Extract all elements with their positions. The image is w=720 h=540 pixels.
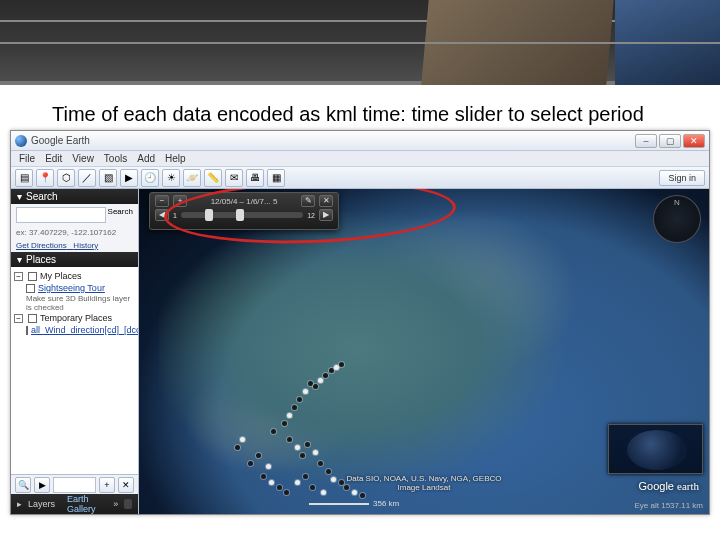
logo-earth: earth <box>677 480 699 492</box>
time-tick-end: 12 <box>307 212 315 219</box>
image-overlay-icon[interactable]: ▧ <box>99 169 117 187</box>
time-zoom-in-button[interactable]: + <box>173 195 187 207</box>
imagery-attribution: Data SIO, NOAA, U.S. Navy, NGA, GEBCO Im… <box>347 474 502 492</box>
delete-icon[interactable]: ✕ <box>118 477 134 493</box>
logo-google: Google <box>638 480 673 492</box>
menu-help[interactable]: Help <box>165 153 186 164</box>
temporary-label: Temporary Places <box>40 313 112 323</box>
places-filter-input[interactable] <box>53 477 96 493</box>
overview-globe-icon <box>627 430 687 470</box>
layers-panel-header[interactable]: ▸ Layers Earth Gallery » <box>11 494 138 514</box>
search-input[interactable] <box>16 207 106 223</box>
menu-file[interactable]: File <box>19 153 35 164</box>
chevron-right-icon: ▸ <box>17 499 22 509</box>
tree-sightseeing[interactable]: Sightseeing Tour <box>14 282 135 294</box>
header-photo-bridge <box>421 0 613 85</box>
time-tick-start: 1 <box>173 212 177 219</box>
time-handle-start[interactable] <box>205 209 213 221</box>
window-title: Google Earth <box>31 135 90 146</box>
add-content-icon[interactable]: + <box>99 477 115 493</box>
search-button[interactable]: Search <box>108 207 133 223</box>
play-tour-icon[interactable]: ▶ <box>34 477 50 493</box>
myplaces-label: My Places <box>40 271 82 281</box>
tree-temporary[interactable]: − Temporary Places <box>14 312 135 324</box>
header-photo-river <box>615 0 720 85</box>
time-step-back-button[interactable]: ◀ <box>155 209 169 221</box>
scale-label: 356 km <box>373 499 399 508</box>
globe-viewport[interactable]: − + 12/05/4 – 1/6/7... 5 ✎ ✕ ◀ 1 12 ▶ <box>139 189 709 514</box>
search-example: ex: 37.407229, -122.107162 <box>11 226 138 239</box>
time-track[interactable] <box>181 212 303 218</box>
expand-icon[interactable]: − <box>14 272 23 281</box>
time-zoom-out-button[interactable]: − <box>155 195 169 207</box>
places-toolbar: 🔍 ▶ + ✕ <box>11 474 138 494</box>
time-range-label: 12/05/4 – 1/6/7... 5 <box>191 197 297 206</box>
print-icon[interactable]: 🖶 <box>246 169 264 187</box>
collapse-icon[interactable] <box>124 499 132 509</box>
checkbox-checked-icon[interactable] <box>26 326 28 335</box>
menu-tools[interactable]: Tools <box>104 153 127 164</box>
sun-icon[interactable]: ☀ <box>162 169 180 187</box>
polygon-icon[interactable]: ⬡ <box>57 169 75 187</box>
find-icon[interactable]: 🔍 <box>15 477 31 493</box>
tree-myplaces[interactable]: − My Places <box>14 270 135 282</box>
slide-caption: Time of each data encoded as kml time: t… <box>0 85 720 126</box>
time-slider[interactable]: − + 12/05/4 – 1/6/7... 5 ✎ ✕ ◀ 1 12 ▶ <box>149 192 339 230</box>
scale-bar-line <box>309 503 369 505</box>
toolbar: ▤ 📍 ⬡ ／ ▧ ▶ 🕘 ☀ 🪐 📏 ✉ 🖶 ▦ Sign in <box>11 167 709 189</box>
google-earth-logo: Google earth <box>638 480 699 492</box>
nav-compass[interactable] <box>653 195 701 243</box>
sightseeing-hint: Make sure 3D Buildings layer is checked <box>14 294 135 312</box>
google-earth-window: Google Earth – ▢ ✕ File Edit View Tools … <box>10 130 710 515</box>
minimize-button[interactable]: – <box>635 134 657 148</box>
menubar: File Edit View Tools Add Help <box>11 151 709 167</box>
checkbox-icon[interactable] <box>28 314 37 323</box>
time-step-fwd-button[interactable]: ▶ <box>319 209 333 221</box>
earth-gallery-link[interactable]: Earth Gallery <box>67 494 107 514</box>
record-tour-icon[interactable]: ▶ <box>120 169 138 187</box>
signin-button[interactable]: Sign in <box>659 170 705 186</box>
places-panel-header[interactable]: ▾ Places <box>11 252 138 267</box>
eye-altitude: Eye alt 1537.11 km <box>635 501 703 510</box>
more-link[interactable]: » <box>113 499 118 509</box>
titlebar: Google Earth – ▢ ✕ <box>11 131 709 151</box>
get-directions-link[interactable]: Get Directions <box>16 241 67 250</box>
app-icon <box>15 135 27 147</box>
attr-line1: Data SIO, NOAA, U.S. Navy, NGA, GEBCO <box>347 474 502 483</box>
places-panel-title: Places <box>26 254 56 265</box>
menu-view[interactable]: View <box>72 153 94 164</box>
time-options-button[interactable]: ✎ <box>301 195 315 207</box>
time-handle-end[interactable] <box>236 209 244 221</box>
kml-label: all_Wind_direction[cd]_[dcc].k... <box>31 325 138 335</box>
search-panel-title: Search <box>26 191 58 202</box>
save-image-icon[interactable]: ▦ <box>267 169 285 187</box>
maximize-button[interactable]: ▢ <box>659 134 681 148</box>
sidebar: ▾ Search Search ex: 37.407229, -122.1071… <box>11 189 139 514</box>
history-icon[interactable]: 🕘 <box>141 169 159 187</box>
hide-sidebar-icon[interactable]: ▤ <box>15 169 33 187</box>
tree-kml[interactable]: all_Wind_direction[cd]_[dcc].k... <box>14 324 135 336</box>
path-icon[interactable]: ／ <box>78 169 96 187</box>
time-close-button[interactable]: ✕ <box>319 195 333 207</box>
expand-icon[interactable]: − <box>14 314 23 323</box>
overview-map[interactable] <box>608 424 703 474</box>
layers-panel-title: Layers <box>28 499 55 509</box>
history-link[interactable]: History <box>73 241 98 250</box>
slide-top-banner <box>0 0 720 85</box>
scale-bar: 356 km <box>309 499 399 508</box>
attr-line2: Image Landsat <box>347 483 502 492</box>
checkbox-icon[interactable] <box>26 284 35 293</box>
search-panel-header[interactable]: ▾ Search <box>11 189 138 204</box>
chevron-down-icon: ▾ <box>17 254 22 265</box>
placemark-icon[interactable]: 📍 <box>36 169 54 187</box>
email-icon[interactable]: ✉ <box>225 169 243 187</box>
sightseeing-label: Sightseeing Tour <box>38 283 105 293</box>
ruler-icon[interactable]: 📏 <box>204 169 222 187</box>
menu-add[interactable]: Add <box>137 153 155 164</box>
checkbox-icon[interactable] <box>28 272 37 281</box>
close-button[interactable]: ✕ <box>683 134 705 148</box>
chevron-down-icon: ▾ <box>17 191 22 202</box>
planet-icon[interactable]: 🪐 <box>183 169 201 187</box>
places-tree: − My Places Sightseeing Tour Make sure 3… <box>14 270 135 336</box>
menu-edit[interactable]: Edit <box>45 153 62 164</box>
